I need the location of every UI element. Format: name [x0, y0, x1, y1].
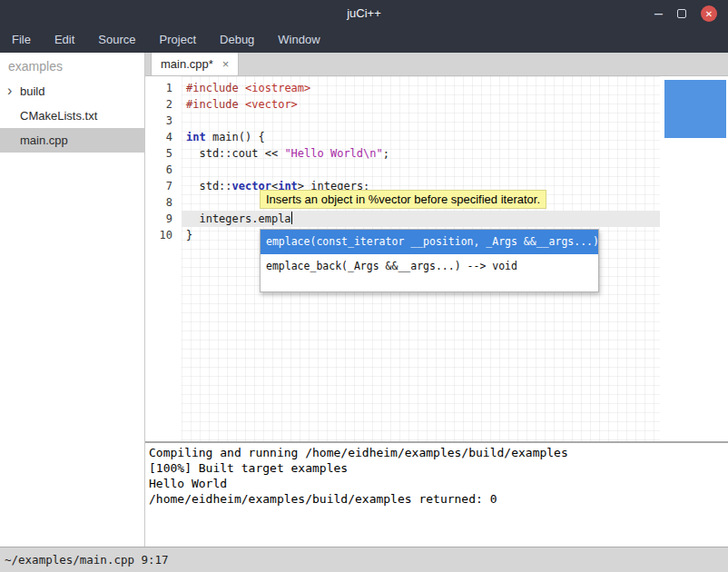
code-text [172, 194, 186, 211]
menu-item-project[interactable]: Project [148, 27, 208, 53]
text-caret [291, 212, 292, 224]
line-number: 6 [145, 162, 172, 178]
completion-popup: emplace(const_iterator __position, _Args… [260, 229, 599, 292]
file-tree-sidebar[interactable]: examples ›buildCMakeLists.txtmain.cpp [0, 53, 145, 547]
sidebar-item-build[interactable]: ›build [0, 79, 144, 104]
code-line: 9 integers.empla [145, 211, 728, 227]
scrollbar-thumb[interactable] [664, 80, 726, 138]
sidebar-item-cmakelists-txt[interactable]: CMakeLists.txt [0, 104, 144, 128]
menu-item-file[interactable]: File [0, 27, 43, 53]
terminal-line: /home/eidheim/examples/build/examples re… [149, 491, 728, 507]
line-number: 8 [145, 194, 172, 211]
line-number: 5 [145, 145, 172, 162]
window-title: juCi++ [0, 0, 728, 27]
main-panel: main.cpp*× 1#include <iostream>2#include… [145, 53, 728, 547]
maximize-button[interactable] [677, 9, 686, 18]
menu-item-source[interactable]: Source [86, 27, 147, 53]
code-line: 1#include <iostream> [145, 80, 728, 96]
line-number: 4 [145, 129, 172, 145]
code-line: 2#include <vector> [145, 96, 728, 113]
code-text: int main() { [172, 129, 265, 145]
menu-item-debug[interactable]: Debug [208, 27, 266, 53]
tabbar: main.cpp*× [145, 53, 728, 76]
minimize-button[interactable]: – [654, 9, 663, 18]
code-segment: #include [186, 82, 239, 94]
code-line: 3 [145, 113, 728, 129]
menubar: FileEditSourceProjectDebugWindow [0, 27, 728, 53]
completion-doc-tooltip: Inserts an object in %vector before spec… [260, 190, 546, 209]
sidebar-item-label: build [20, 84, 44, 98]
sidebar-item-main-cpp[interactable]: main.cpp [0, 128, 144, 153]
code-segment: #include [186, 98, 239, 111]
code-segment: int [186, 131, 206, 143]
code-lines: 1#include <iostream>2#include <vector>34… [145, 80, 728, 243]
code-text: } [172, 227, 192, 243]
close-button[interactable]: ✕ [701, 5, 717, 22]
code-segment: main() { [206, 131, 265, 143]
status-file-position: ~/examples/main.cpp 9:17 [5, 553, 169, 567]
line-number: 7 [145, 178, 172, 194]
line-number: 3 [145, 113, 172, 129]
jucipp-window: juCi++ – ✕ FileEditSourceProjectDebugWin… [0, 0, 728, 572]
build-output-terminal[interactable]: Compiling and running /home/eidheim/exam… [145, 443, 728, 547]
terminal-line: Hello World [149, 476, 728, 491]
project-folder-label: examples [0, 53, 144, 79]
completion-item[interactable]: emplace(const_iterator __position, _Args… [261, 230, 598, 254]
code-line: 6 [145, 162, 728, 178]
tab-label: main.cpp* [161, 57, 213, 71]
code-text: integers.empla [172, 211, 292, 227]
code-segment: std::cout << [186, 147, 284, 160]
code-segment [239, 98, 245, 111]
code-line: 4int main() { [145, 129, 728, 145]
code-segment [239, 82, 245, 94]
completion-item[interactable]: emplace_back(_Args &&__args...) --> void [261, 254, 598, 279]
tab-close-icon[interactable]: × [222, 57, 230, 71]
line-number: 10 [145, 227, 172, 243]
code-segment: } [186, 229, 192, 242]
sidebar-item-label: main.cpp [20, 133, 68, 147]
sidebar-item-label: CMakeLists.txt [20, 109, 97, 123]
code-segment: "Hello World\n" [284, 147, 382, 160]
chevron-right-icon: › [7, 83, 12, 99]
close-icon: ✕ [705, 9, 713, 19]
terminal-line: Compiling and running /home/eidheim/exam… [149, 445, 728, 460]
code-text: #include <iostream> [172, 80, 310, 96]
code-text: #include <vector> [172, 96, 298, 113]
window-controls: – ✕ [654, 0, 717, 27]
line-number: 2 [145, 96, 172, 113]
line-number: 1 [145, 80, 172, 96]
code-segment: ; [383, 147, 389, 160]
statusbar: ~/examples/main.cpp 9:17 [0, 547, 728, 572]
code-segment: <vector> [245, 98, 298, 111]
terminal-line: [100%] Built target examples [149, 460, 728, 476]
code-text [172, 113, 186, 129]
code-text: std::cout << "Hello World\n"; [172, 145, 389, 162]
code-line: 5 std::cout << "Hello World\n"; [145, 145, 728, 162]
menu-item-edit[interactable]: Edit [43, 27, 86, 53]
code-segment: std:: [186, 180, 232, 192]
file-tree: ›buildCMakeLists.txtmain.cpp [0, 79, 144, 153]
code-editor[interactable]: 1#include <iostream>2#include <vector>34… [145, 76, 728, 441]
code-segment: integers.empla [186, 212, 291, 225]
tab-main-cpp-[interactable]: main.cpp*× [151, 53, 239, 75]
titlebar[interactable]: juCi++ – ✕ [0, 0, 728, 27]
code-text [172, 162, 186, 178]
line-number: 9 [145, 211, 172, 227]
menu-item-window[interactable]: Window [266, 27, 331, 53]
code-segment: <iostream> [245, 82, 310, 94]
